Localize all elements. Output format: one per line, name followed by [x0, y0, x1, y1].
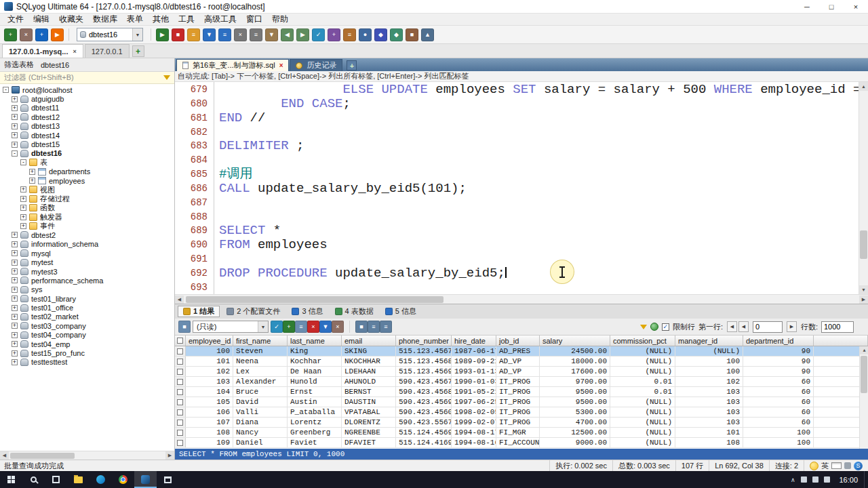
grid-filter-icon[interactable]: [640, 325, 647, 329]
tree-item-views-folder[interactable]: +视图: [0, 185, 174, 194]
delete-row-icon[interactable]: ×: [307, 321, 319, 333]
result-mode-select[interactable]: (只读) ▼: [193, 321, 269, 333]
code-line[interactable]: DELIMITER ;: [219, 139, 859, 153]
column-header-manager_id[interactable]: manager_id: [675, 336, 743, 346]
form-view-icon[interactable]: ≡: [368, 321, 380, 333]
connection-tab-0[interactable]: 127.0.0.1-mysq...×: [2, 44, 83, 58]
scrollbar-thumb[interactable]: [861, 356, 867, 393]
expand-icon[interactable]: +: [12, 314, 18, 320]
tree-item-db-dbtest12[interactable]: +dbtest12: [0, 113, 174, 121]
expand-icon[interactable]: +: [12, 296, 18, 302]
taskbar-store-icon[interactable]: [157, 471, 179, 488]
column-header-salary[interactable]: salary: [540, 336, 610, 346]
scroll-down-icon[interactable]: ▼: [859, 285, 868, 294]
data-sync-icon[interactable]: ◆: [390, 28, 403, 41]
save-changes-icon[interactable]: ▼: [319, 321, 332, 333]
code-line[interactable]: FROM employees: [219, 238, 859, 252]
column-header-commission_pct[interactable]: commission_pct: [610, 336, 675, 346]
tree-item-events-folder[interactable]: +事件: [0, 222, 174, 230]
close-tab-icon[interactable]: ×: [279, 62, 283, 69]
close-tab-icon[interactable]: ×: [73, 48, 76, 55]
schema-designer-icon[interactable]: ▲: [421, 28, 434, 41]
grid-view-icon[interactable]: ■: [355, 321, 368, 333]
tree-item-connection-root-localhost[interactable]: -root@localhost: [0, 85, 174, 94]
expand-icon[interactable]: +: [12, 250, 18, 256]
editor-tab-1[interactable]: 历史记录: [290, 59, 342, 71]
ime-logo-icon[interactable]: S: [854, 462, 863, 470]
taskbar-chrome-icon[interactable]: [112, 471, 134, 488]
column-header-first_name[interactable]: first_name: [233, 336, 288, 346]
row-checkbox[interactable]: [175, 407, 186, 417]
expand-icon[interactable]: +: [20, 205, 26, 211]
expand-icon[interactable]: +: [12, 268, 18, 274]
tree-item-db-test01-office[interactable]: +test01_office: [0, 303, 174, 312]
cancel-changes-icon[interactable]: ×: [332, 321, 344, 333]
table-row-101[interactable]: 101NeenaKochharNKOCHHAR515.123.45681989-…: [175, 357, 868, 367]
scroll-left-icon[interactable]: ◀: [0, 451, 9, 460]
row-checkbox[interactable]: [175, 397, 186, 407]
code-line[interactable]: [219, 210, 859, 224]
expand-icon[interactable]: +: [12, 332, 18, 338]
expand-icon[interactable]: +: [12, 305, 18, 311]
disconnect-icon[interactable]: ×: [20, 28, 33, 41]
tree-item-db-test02-market[interactable]: +test02_market: [0, 312, 174, 321]
tree-item-db-dbtest14[interactable]: +dbtest14: [0, 131, 174, 140]
prev-row-button[interactable]: ◀: [738, 321, 749, 332]
copy-icon[interactable]: ≡: [250, 28, 262, 41]
minimize-button[interactable]: ─: [795, 0, 819, 13]
menu-favorites[interactable]: 收藏夹: [54, 14, 88, 25]
menu-file[interactable]: 文件: [3, 14, 28, 25]
close-button[interactable]: ×: [844, 0, 868, 13]
editor-horizontal-scrollbar[interactable]: ◀ ▶: [175, 294, 868, 304]
taskbar-task-view-icon[interactable]: [45, 471, 67, 488]
code-line[interactable]: #调用: [219, 167, 859, 182]
scrollbar-thumb[interactable]: [860, 230, 867, 259]
tree-item-triggers-folder[interactable]: +触发器: [0, 212, 174, 221]
result-tab-result[interactable]: 1 结果: [178, 306, 220, 317]
clock[interactable]: 16:00: [839, 476, 858, 484]
connection-tab-1[interactable]: 127.0.0.1: [85, 44, 130, 58]
tree-item-db-mytest3[interactable]: +mytest3: [0, 267, 174, 276]
tree-item-db-mysql[interactable]: +mysql: [0, 249, 174, 258]
menu-others[interactable]: 其他: [148, 14, 174, 25]
alter-table-icon[interactable]: ≡: [343, 28, 356, 41]
add-row-icon[interactable]: +: [283, 321, 295, 333]
ime-mode-label[interactable]: 英: [821, 461, 829, 471]
ime-keyboard-icon[interactable]: [831, 462, 842, 469]
expand-icon[interactable]: +: [29, 178, 35, 184]
column-header-last_name[interactable]: last_name: [288, 336, 342, 346]
tree-item-db-test15-pro-func[interactable]: +test15_pro_func: [0, 348, 174, 357]
collapse-icon[interactable]: -: [12, 150, 18, 157]
row-checkbox[interactable]: [175, 377, 186, 386]
code-line[interactable]: [219, 281, 859, 294]
tree-item-tables-folder[interactable]: -表: [0, 158, 174, 167]
refresh-icon[interactable]: ✓: [312, 28, 325, 41]
cut-icon[interactable]: ×: [234, 28, 247, 41]
schema-sync-icon[interactable]: ◆: [374, 28, 387, 41]
expand-icon[interactable]: +: [12, 96, 18, 102]
table-row-102[interactable]: 102LexDe HaanLDEHAAN515.123.45691993-01-…: [175, 367, 868, 377]
scroll-up-icon[interactable]: ▲: [859, 82, 868, 91]
table-row-100[interactable]: 100StevenKingSKING515.123.45671987-06-17…: [175, 346, 868, 357]
limit-rows-checkbox[interactable]: ✓: [662, 323, 669, 331]
tree-item-procedures-folder[interactable]: +存储过程: [0, 195, 174, 203]
execute-query-icon[interactable]: ▶: [156, 28, 169, 41]
scroll-right-icon[interactable]: ▶: [165, 451, 174, 460]
row-checkbox[interactable]: [175, 418, 186, 427]
code-line[interactable]: [219, 196, 859, 210]
tree-item-db-information-schema[interactable]: +information_schema: [0, 240, 174, 249]
undo-icon[interactable]: ◀: [281, 28, 294, 41]
ime-toolbox-icon[interactable]: [844, 462, 851, 469]
code-line[interactable]: END //: [219, 111, 859, 125]
next-row-button[interactable]: ▶: [787, 321, 797, 332]
maximize-button[interactable]: □: [819, 0, 844, 13]
open-session-icon[interactable]: ▶: [51, 28, 64, 41]
first-row-button[interactable]: ◀: [727, 321, 737, 332]
row-checkbox[interactable]: [175, 438, 186, 447]
new-connection-tab-button[interactable]: +: [132, 45, 144, 57]
expand-icon[interactable]: +: [20, 223, 26, 229]
network-icon[interactable]: [801, 476, 807, 483]
result-tab-info[interactable]: 5 信息: [380, 306, 421, 317]
new-query-editor-icon[interactable]: +: [35, 28, 48, 41]
expand-icon[interactable]: +: [12, 323, 18, 329]
